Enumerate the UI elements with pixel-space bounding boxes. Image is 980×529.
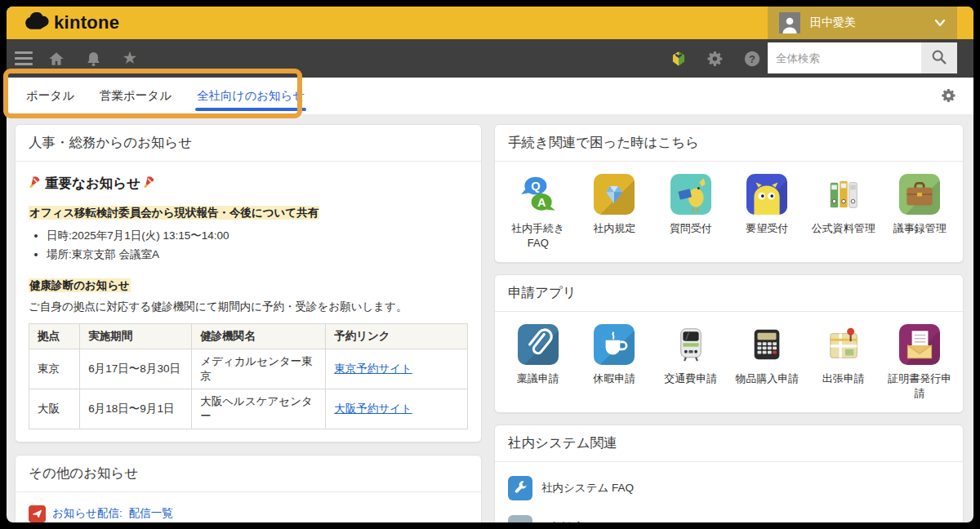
user-avatar-icon xyxy=(779,12,800,33)
binders-icon xyxy=(823,174,864,215)
app-grid: Q A 社内手続きFAQ xyxy=(495,162,963,262)
cell-period: 6月18日〜9月1日 xyxy=(80,389,192,429)
favorites-star-icon[interactable]: ★ xyxy=(119,48,140,69)
health-check-title: 健康診断のお知らせ xyxy=(29,278,131,292)
left-column: 人事・総務からのお知らせ 重要なお知らせ オフィス移転検討委員会から現状報告・今… xyxy=(15,124,482,522)
cell-site: 大阪 xyxy=(29,389,80,429)
announce-emoji-icon xyxy=(143,176,157,193)
app-certificate-issue[interactable]: 証明書発行申請 xyxy=(882,324,959,400)
health-check-table: 拠点 実施期間 健診機関名 予約リンク 東京 6月17日〜8月30日 xyxy=(29,323,468,429)
gem-icon xyxy=(594,174,635,215)
it-helpdesk-item[interactable]: IT相談窓口 xyxy=(495,508,963,522)
search-input[interactable] xyxy=(768,42,921,73)
paperclip-icon xyxy=(518,324,559,365)
app-ringi-request[interactable]: 稟議申請 xyxy=(500,324,577,400)
pc-monitor-icon xyxy=(508,515,532,522)
envelope-letter-icon xyxy=(899,324,940,365)
app-header: kintone 田中愛美 xyxy=(7,7,973,39)
important-notice-heading: 重要なお知らせ xyxy=(29,175,468,193)
wrench-icon xyxy=(508,476,532,500)
briefcase-icon xyxy=(899,174,940,215)
cell-site: 東京 xyxy=(29,349,80,389)
app-question-desk[interactable]: 質問受付 xyxy=(653,174,729,250)
app-transport-expense[interactable]: 交通費申請 xyxy=(653,324,729,400)
qa-bubbles-icon: Q A xyxy=(518,174,559,215)
tab-company-news[interactable]: 全社向けのお知らせ xyxy=(195,78,306,114)
user-menu[interactable]: 田中愛美 xyxy=(768,7,957,39)
svg-text:A: A xyxy=(537,196,546,209)
window-frame: kintone 田中愛美 ★ xyxy=(0,0,980,529)
news-app-link[interactable]: お知らせ配信: xyxy=(52,506,122,521)
table-header-row: 拠点 実施期間 健診機関名 予約リンク xyxy=(29,323,468,349)
screen: kintone 田中愛美 ★ xyxy=(7,7,973,522)
calculator-icon xyxy=(746,324,787,365)
map-pin-icon xyxy=(823,324,864,365)
menu-icon[interactable] xyxy=(15,51,33,65)
cell-organization: 大阪ヘルスケアセンター xyxy=(192,389,326,429)
hr-notice-panel: 人事・総務からのお知らせ 重要なお知らせ オフィス移転検討委員会から現状報告・今… xyxy=(15,124,482,442)
global-search xyxy=(768,42,957,73)
panel-title: その他のお知らせ xyxy=(16,456,481,492)
logo-text: kintone xyxy=(54,12,119,33)
app-purchase-request[interactable]: 物品購入申請 xyxy=(729,324,806,400)
app-minutes[interactable]: 議事録管理 xyxy=(882,174,959,250)
panel-title: 社内システム関連 xyxy=(495,425,963,462)
table-row: 大阪 6月18日〜9月1日 大阪ヘルスケアセンター 大阪予約サイト xyxy=(29,389,468,429)
coffee-cup-icon xyxy=(594,324,635,365)
app-official-docs[interactable]: 公式資料管理 xyxy=(805,174,882,250)
kintone-logo[interactable]: kintone xyxy=(24,12,119,33)
app-grid: 稟議申請 休暇申請 xyxy=(495,312,963,412)
global-toolbar: ★ ? xyxy=(7,39,973,78)
panel-title: 人事・総務からのお知らせ xyxy=(16,125,481,162)
chevron-down-icon xyxy=(934,16,946,29)
tab-portal[interactable]: ポータル xyxy=(24,78,76,114)
application-apps-panel: 申請アプリ 稟議申請 xyxy=(494,274,964,413)
office-move-details: 日時:2025年7月1日(火) 13:15〜14:00 場所:東京支部 会議室A xyxy=(29,227,468,264)
system-faq-item[interactable]: 社内システム FAQ xyxy=(495,469,963,508)
health-check-description: ご自身の拠点に対応する健診機関にて期間内に予約・受診をお願いします。 xyxy=(29,298,468,316)
kintone-cloud-icon xyxy=(24,12,49,33)
panel-title: 手続き関連で困った時はこちら xyxy=(495,125,963,162)
col-organization: 健診機関名 xyxy=(192,323,326,349)
announce-emoji-icon xyxy=(29,176,42,193)
tokyo-reservation-link[interactable]: 東京予約サイト xyxy=(334,362,412,375)
news-app-row: お知らせ配信: 配信一覧 xyxy=(29,505,468,522)
system-item-label: 社内システム FAQ xyxy=(541,481,634,496)
portal-settings-gear-icon[interactable] xyxy=(941,87,957,107)
panel-title: 申請アプリ xyxy=(495,275,963,312)
osaka-reservation-link[interactable]: 大阪予約サイト xyxy=(334,402,412,415)
cell-organization: メディカルセンター東京 xyxy=(192,349,326,389)
tab-sales-portal[interactable]: 営業ポータル xyxy=(98,78,173,114)
portal-tab-bar: ポータル 営業ポータル 全社向けのお知らせ xyxy=(7,78,973,114)
beginner-guide-icon[interactable] xyxy=(668,48,689,69)
system-item-label: IT相談窓口 xyxy=(541,520,595,522)
table-row: 東京 6月17日〜8月30日 メディカルセンター東京 東京予約サイト xyxy=(29,349,468,389)
meeting-place: 場所:東京支部 会議室A xyxy=(47,246,468,264)
home-icon[interactable] xyxy=(46,48,67,69)
news-view-link[interactable]: 配信一覧 xyxy=(129,506,173,521)
system-links-list: 社内システム FAQ IT相談窓口 xyxy=(495,462,963,522)
svg-text:Q: Q xyxy=(531,180,540,193)
app-internal-procedures-faq[interactable]: Q A 社内手続きFAQ xyxy=(500,174,577,250)
app-business-trip[interactable]: 出張申請 xyxy=(805,324,882,400)
office-move-title: オフィス移転検討委員会から現状報告・今後について共有 xyxy=(29,206,319,220)
user-name: 田中愛美 xyxy=(810,16,856,30)
app-request-desk[interactable]: 要望受付 xyxy=(729,174,806,250)
yellow-character-icon xyxy=(746,174,787,215)
other-news-panel: その他のお知らせ お知らせ配信: 配信一覧 1 - 3(3件中) xyxy=(15,455,482,522)
app-vacation-request[interactable]: 休暇申請 xyxy=(577,324,653,400)
meeting-datetime: 日時:2025年7月1日(火) 13:15〜14:00 xyxy=(47,227,468,245)
right-column: 手続き関連で困った時はこちら Q A xyxy=(494,124,964,522)
col-period: 実施期間 xyxy=(80,323,192,349)
col-site: 拠点 xyxy=(29,323,80,349)
procedures-panel: 手続き関連で困った時はこちら Q A xyxy=(494,124,964,263)
app-internal-rules[interactable]: 社内規定 xyxy=(577,174,653,250)
send-app-icon xyxy=(29,505,46,522)
svg-text:?: ? xyxy=(749,52,755,64)
help-icon[interactable]: ? xyxy=(742,48,763,69)
notifications-bell-icon[interactable] xyxy=(82,48,104,69)
bird-laptop-icon xyxy=(670,174,711,215)
gear-icon[interactable] xyxy=(705,48,726,69)
search-button[interactable] xyxy=(921,42,957,73)
portal-content: 人事・総務からのお知らせ 重要なお知らせ オフィス移転検討委員会から現状報告・今… xyxy=(7,114,973,522)
